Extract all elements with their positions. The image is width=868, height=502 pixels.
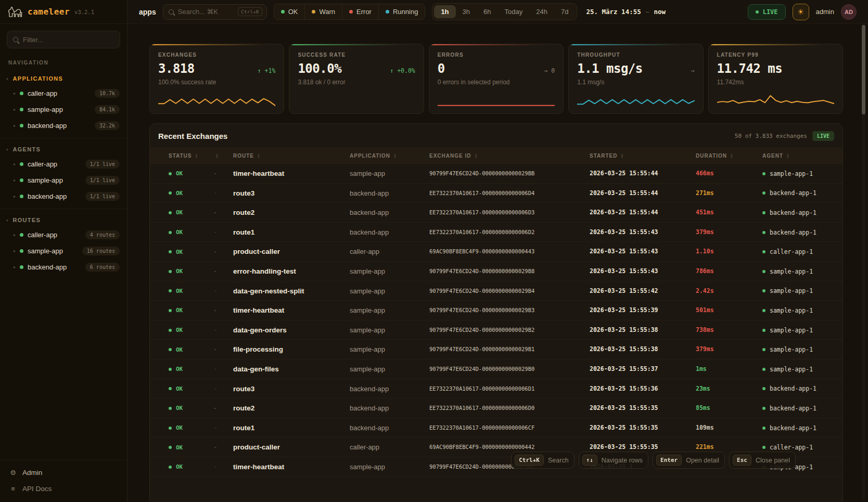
trend-icon bbox=[213, 389, 218, 390]
route-cell: route3 bbox=[233, 379, 350, 399]
table-row[interactable]: OKfile-processingsample-app90799F47E6CD2… bbox=[150, 340, 843, 359]
sparkline-chart bbox=[158, 91, 275, 107]
table-row[interactable]: OKroute3backend-appEE7322370A10617-00000… bbox=[150, 379, 843, 399]
route-cell: file-processing bbox=[233, 340, 350, 359]
table-row[interactable]: OKdata-gen-filessample-app90799F47E6CD24… bbox=[150, 359, 843, 379]
live-toggle-button[interactable]: LIVE bbox=[748, 4, 786, 20]
time-range-1h[interactable]: 1h bbox=[434, 5, 455, 18]
status-cell: OK bbox=[169, 405, 212, 411]
stat-card-latency-p99: LATENCY P9911.742 ms11.742ms bbox=[708, 44, 843, 114]
theme-toggle-button[interactable]: ☀ bbox=[793, 4, 809, 20]
trend-cell bbox=[212, 408, 233, 409]
table-row[interactable]: OKroute3backend-appEE7322370A10617-00000… bbox=[150, 184, 843, 203]
sidebar-item-routes-backend-app[interactable]: ▸backend-app6 routes bbox=[0, 259, 127, 275]
time-range-24h[interactable]: 24h bbox=[529, 5, 554, 18]
agent-label: backend-app-1 bbox=[770, 229, 816, 236]
panel-header-right: 50 of 3.833 exchanges LIVE bbox=[735, 131, 834, 141]
status-dot-icon bbox=[762, 309, 765, 312]
sidebar-item-routes-sample-app[interactable]: ▸sample-app16 routes bbox=[0, 243, 127, 259]
sidebar-item-applications-sample-app[interactable]: ▸sample-app84.1k bbox=[0, 101, 127, 118]
sidebar-item-agents-caller-app[interactable]: ▸caller-app1/1 live bbox=[0, 156, 127, 172]
table-row[interactable]: OKroute2backend-appEE7322370A10617-00000… bbox=[150, 398, 843, 418]
agent-label: sample-app-1 bbox=[770, 268, 813, 275]
time-range-today[interactable]: Today bbox=[498, 5, 530, 18]
status-dot-icon bbox=[169, 466, 172, 469]
status-cell: OK bbox=[169, 444, 212, 451]
filter-ok[interactable]: OK bbox=[274, 4, 305, 19]
column-header-status[interactable]: STATUS▲▼ bbox=[169, 153, 212, 159]
sidebar-item-applications-backend-app[interactable]: ▸backend-app32.2k bbox=[0, 118, 127, 134]
trend-icon bbox=[213, 349, 218, 350]
sidebar-item-applications-caller-app[interactable]: ▸caller-app10.7k bbox=[0, 85, 127, 101]
agent-label: caller-app-1 bbox=[770, 248, 813, 255]
status-dot-icon bbox=[169, 191, 172, 195]
scrollbar[interactable] bbox=[862, 24, 865, 500]
table-row[interactable]: OKroute2backend-appEE7322370A10617-00000… bbox=[150, 203, 843, 223]
time-range-3h[interactable]: 3h bbox=[456, 5, 477, 18]
column-header-trend[interactable]: ▲▼ bbox=[212, 153, 233, 158]
filter-label: Error bbox=[356, 8, 372, 16]
column-header-route[interactable]: ROUTE▲▼ bbox=[233, 153, 350, 159]
global-search[interactable]: Ctrl+K bbox=[163, 4, 267, 20]
nav-group-header-agents[interactable]: ▾AGENTS bbox=[0, 141, 127, 156]
sidebar-item-agents-backend-app[interactable]: ▸backend-app1/1 live bbox=[0, 188, 127, 204]
exchange-id-cell: 90799F47E6CD24D-00000000000029B0 bbox=[429, 359, 590, 379]
filter-warn[interactable]: Warn bbox=[304, 4, 342, 19]
application-cell: sample-app bbox=[350, 262, 429, 281]
filter-running[interactable]: Running bbox=[378, 4, 425, 19]
status-dot-icon bbox=[762, 387, 765, 390]
nav-group-agents: ▾AGENTS▸caller-app1/1 live▸sample-app1/1… bbox=[0, 138, 127, 209]
card-accent-bar bbox=[150, 44, 284, 45]
admin-link[interactable]: ⚙Admin bbox=[0, 465, 127, 481]
column-header-duration[interactable]: DURATION▲▼ bbox=[696, 153, 762, 159]
panel-header: Recent Exchanges 50 of 3.833 exchanges L… bbox=[150, 124, 843, 148]
card-accent-bar bbox=[429, 44, 563, 45]
sidebar-item-agents-sample-app[interactable]: ▸sample-app1/1 live bbox=[0, 172, 127, 188]
api-docs-link[interactable]: ≡API Docs bbox=[0, 481, 127, 497]
table-row[interactable]: OKroute1backend-appEE7322370A10617-00000… bbox=[150, 223, 843, 242]
date-range[interactable]: 25. März 14:55 – now bbox=[586, 8, 666, 16]
time-range-6h[interactable]: 6h bbox=[477, 5, 497, 18]
status-dot-icon bbox=[762, 289, 765, 292]
table-row[interactable]: OKtimer-heartbeatsample-app90799F47E6CD2… bbox=[150, 164, 843, 184]
nav-group-header-routes[interactable]: ▾ROUTES bbox=[0, 212, 127, 227]
trend-cell bbox=[212, 369, 233, 370]
search-input[interactable] bbox=[178, 8, 234, 16]
status-dot-icon bbox=[169, 348, 172, 351]
sidebar-filter[interactable] bbox=[7, 31, 120, 48]
status-label: OK bbox=[176, 464, 183, 470]
filter-error[interactable]: Error bbox=[342, 4, 378, 19]
duration-cell: 85ms bbox=[696, 398, 762, 418]
application-cell: sample-app bbox=[350, 164, 429, 184]
application-cell: sample-app bbox=[350, 281, 429, 301]
column-header-agent[interactable]: AGENT▲▼ bbox=[762, 153, 834, 159]
sidebar-item-routes-caller-app[interactable]: ▸caller-app4 routes bbox=[0, 227, 127, 243]
application-cell: caller-app bbox=[350, 437, 429, 457]
status-cell: OK bbox=[169, 385, 212, 392]
avatar[interactable]: AD bbox=[841, 4, 857, 20]
route-cell: route1 bbox=[233, 418, 350, 438]
column-header-started[interactable]: STARTED▲▼ bbox=[590, 153, 696, 159]
status-dot-icon bbox=[20, 124, 23, 127]
status-label: OK bbox=[176, 229, 183, 236]
table-body: OKtimer-heartbeatsample-app90799F47E6CD2… bbox=[150, 164, 843, 477]
column-header-exchange-id[interactable]: EXCHANGE ID▲▼ bbox=[429, 153, 590, 159]
table-row[interactable]: OKdata-gen-orderssample-app90799F47E6CD2… bbox=[150, 320, 843, 340]
started-cell: 2026-03-25 15:55:44 bbox=[590, 184, 696, 203]
status-dot-icon bbox=[762, 250, 765, 253]
agent-cell: sample-app-1 bbox=[762, 327, 834, 334]
application-cell: backend-app bbox=[350, 203, 429, 223]
table-row[interactable]: OKtimer-heartbeatsample-app90799F47E6CD2… bbox=[150, 301, 843, 320]
column-header-application[interactable]: APPLICATION▲▼ bbox=[350, 153, 429, 159]
table-row[interactable]: OKerror-handling-testsample-app90799F47E… bbox=[150, 262, 843, 281]
scrollbar-thumb[interactable] bbox=[862, 25, 865, 114]
nav-group-header-applications[interactable]: ▾APPLICATIONS bbox=[0, 71, 127, 85]
table-row[interactable]: OKproduct-callercaller-app69AC90BF8EBC4F… bbox=[150, 242, 843, 262]
exchange-id-cell: 90799F47E6CD24D-00000000000029B2 bbox=[429, 320, 590, 340]
route-cell: timer-heartbeat bbox=[233, 164, 350, 184]
filter-input[interactable] bbox=[23, 36, 114, 44]
time-range-7d[interactable]: 7d bbox=[554, 5, 575, 18]
table-row[interactable]: OKdata-gen-nested-splitsample-app90799F4… bbox=[150, 281, 843, 301]
table-row[interactable]: OKroute1backend-appEE7322370A10617-00000… bbox=[150, 418, 843, 438]
started-cell: 2026-03-25 15:55:43 bbox=[590, 262, 696, 281]
